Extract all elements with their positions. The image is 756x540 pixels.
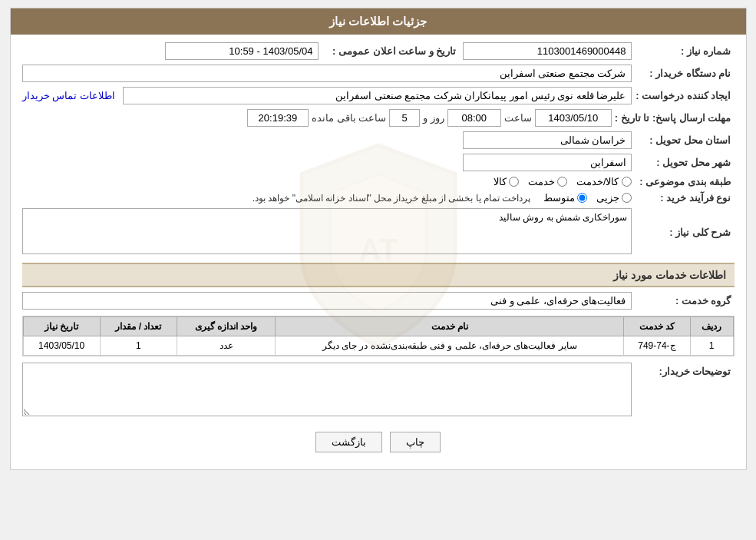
cell-quantity: 1	[100, 336, 177, 356]
response-time-label: ساعت	[504, 112, 532, 124]
creator-value: علیرضا قلعه نوی رئیس امور پیمانکاران شرک…	[123, 87, 632, 104]
buyer-description-area: توضیحات خریدار:	[22, 363, 735, 416]
col-header-service-code: کد خدمت	[624, 317, 690, 336]
need-number-label: شماره نیاز :	[635, 45, 735, 57]
announcement-date-value: 1403/05/04 - 10:59	[165, 42, 319, 60]
print-button[interactable]: چاپ	[390, 432, 441, 452]
category-label-khedmat: خدمت	[528, 176, 555, 187]
remaining-time-label: ساعت باقی مانده	[312, 112, 386, 124]
page-header: جزئیات اطلاعات نیاز	[11, 8, 746, 35]
category-radio-group: کالا/خدمت خدمت کالا	[494, 176, 632, 187]
purchase-type-label: نوع فرآیند خرید :	[635, 192, 735, 204]
category-label-kala: کالا	[494, 176, 507, 187]
response-date-value: 1403/05/10	[535, 109, 612, 127]
purchase-type-label-motavasset: متوسط	[543, 192, 575, 204]
creator-label: ایجاد کننده درخواست :	[635, 90, 735, 101]
purchase-type-motavasset: متوسط	[543, 192, 587, 204]
need-description-label: شرح کلی نیاز :	[635, 227, 735, 238]
page-title: جزئیات اطلاعات نیاز	[329, 15, 427, 28]
content-area: AT شماره نیاز : 1103001469000448 تاریخ و…	[11, 35, 746, 469]
need-description-textarea[interactable]	[22, 208, 632, 254]
buyer-name-label: نام دستگاه خریدار :	[635, 68, 735, 79]
response-time-value: 08:00	[447, 109, 501, 127]
service-group-label: گروه خدمت :	[635, 295, 735, 306]
need-description-row: شرح کلی نیاز :	[22, 208, 735, 257]
cell-row-num: 1	[690, 336, 733, 356]
response-deadline-row: مهلت ارسال پاسخ: تا تاریخ : 1403/05/10 س…	[22, 109, 735, 127]
category-option-khedmat: خدمت	[528, 176, 567, 187]
table-row: 1 ج-74-749 سایر فعالیت‌های حرفه‌ای، علمی…	[23, 336, 733, 356]
cell-unit: عدد	[177, 336, 275, 356]
category-label-kala-khedmat: کالا/خدمت	[576, 176, 619, 187]
delivery-province-row: استان محل تحویل : خراسان شمالی	[22, 131, 735, 149]
service-group-value: فعالیت‌های حرفه‌ای، علمی و فنی	[22, 292, 632, 310]
need-number-row: شماره نیاز : 1103001469000448 تاریخ و سا…	[22, 42, 735, 60]
back-button[interactable]: بازگشت	[315, 432, 382, 452]
table-header-row: ردیف کد خدمت نام خدمت واحد اندازه گیری ت…	[23, 317, 733, 336]
col-header-date: تاریخ نیاز	[23, 317, 100, 336]
purchase-type-jozii: جزیی	[596, 192, 632, 204]
delivery-city-value: اسفراین	[463, 154, 632, 171]
remaining-days-value: 5	[389, 109, 420, 127]
buyer-name-row: نام دستگاه خریدار : شرکت مجتمع صنعتی اسف…	[22, 65, 735, 82]
col-header-row-num: ردیف	[690, 317, 733, 336]
main-container: جزئیات اطلاعات نیاز AT شماره نیاز : 1103…	[10, 8, 747, 470]
purchase-type-row: نوع فرآیند خرید : جزیی متوسط پرداخت تمام…	[22, 192, 735, 204]
delivery-province-value: خراسان شمالی	[463, 131, 632, 149]
services-table-container: ردیف کد خدمت نام خدمت واحد اندازه گیری ت…	[22, 316, 735, 356]
col-header-quantity: تعداد / مقدار	[100, 317, 177, 336]
purchase-type-note: پرداخت تمام یا بخشی از مبلغ خریداز محل "…	[253, 193, 531, 204]
purchase-type-radio-group: جزیی متوسط	[543, 192, 632, 204]
col-header-unit: واحد اندازه گیری	[177, 317, 275, 336]
purchase-type-radio-jozii[interactable]	[622, 193, 632, 203]
announcement-date-label: تاریخ و ساعت اعلان عمومی :	[322, 45, 460, 57]
category-option-kala-khedmat: کالا/خدمت	[576, 176, 632, 187]
creator-row: ایجاد کننده درخواست : علیرضا قلعه نوی رئ…	[22, 87, 735, 104]
buyer-description-textarea[interactable]	[22, 363, 632, 416]
cell-service-code: ج-74-749	[624, 336, 690, 356]
cell-date: 1403/05/10	[23, 336, 100, 356]
services-section-title: اطلاعات خدمات مورد نیاز	[613, 269, 727, 281]
category-option-kala: کالا	[494, 176, 519, 187]
service-group-row: گروه خدمت : فعالیت‌های حرفه‌ای، علمی و ف…	[22, 292, 735, 310]
buyer-name-value: شرکت مجتمع صنعتی اسفراین	[22, 65, 632, 82]
delivery-city-row: شهر محل تحویل : اسفراین	[22, 154, 735, 171]
services-table: ردیف کد خدمت نام خدمت واحد اندازه گیری ت…	[23, 316, 734, 356]
remaining-time-value: 20:19:39	[247, 109, 309, 127]
cell-service-name: سایر فعالیت‌های حرفه‌ای، علمی و فنی طبقه…	[276, 336, 624, 356]
remaining-days-label: روز و	[423, 112, 444, 124]
buyer-description-label: توضیحات خریدار:	[635, 363, 735, 377]
category-radio-kala-khedmat[interactable]	[622, 177, 632, 187]
response-deadline-label: مهلت ارسال پاسخ: تا تاریخ :	[615, 112, 735, 124]
category-label: طبقه بندی موضوعی :	[635, 176, 735, 187]
services-section-header: اطلاعات خدمات مورد نیاز	[22, 263, 735, 287]
category-radio-kala[interactable]	[509, 177, 519, 187]
purchase-type-label-jozii: جزیی	[596, 192, 619, 204]
contact-info-link[interactable]: اطلاعات تماس خریدار	[22, 90, 115, 101]
category-row: طبقه بندی موضوعی : کالا/خدمت خدمت کالا	[22, 176, 735, 187]
need-number-value: 1103001469000448	[463, 42, 632, 60]
purchase-type-radio-motavasset[interactable]	[577, 193, 587, 203]
buttons-row: چاپ بازگشت	[22, 422, 735, 462]
delivery-province-label: استان محل تحویل :	[635, 134, 735, 146]
col-header-service-name: نام خدمت	[276, 317, 624, 336]
delivery-city-label: شهر محل تحویل :	[635, 157, 735, 168]
category-radio-khedmat[interactable]	[557, 177, 567, 187]
